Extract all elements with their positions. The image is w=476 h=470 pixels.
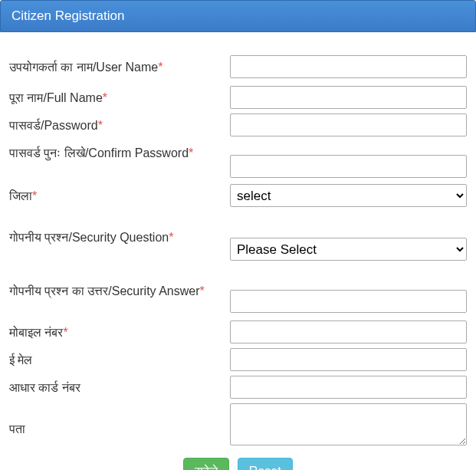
page-title: Citizen Registration: [11, 8, 124, 23]
label-text: मोबाइल नंबर: [9, 326, 63, 339]
fullname-input[interactable]: [230, 86, 467, 109]
username-label: उपयोगकर्ता का नाम/User Name*: [9, 55, 222, 77]
required-mark: *: [103, 91, 107, 104]
label-text: ई मेल: [9, 353, 32, 366]
mobile-label: मोबाइल नंबर*: [9, 320, 222, 342]
save-button[interactable]: सहेजे: [183, 458, 229, 470]
page-header: Citizen Registration: [0, 0, 476, 32]
security-question-select[interactable]: Please Select: [230, 238, 467, 261]
address-textarea[interactable]: [230, 403, 467, 445]
label-text: पूरा नाम/Full Name: [9, 91, 103, 104]
district-label: जिला*: [9, 184, 222, 205]
required-mark: *: [200, 284, 205, 297]
fullname-label: पूरा नाम/Full Name*: [9, 86, 222, 107]
label-text: पासवर्ड/Password: [9, 119, 98, 132]
label-text: पासवर्ड पुनः लिखे/Confirm Password: [9, 146, 189, 159]
label-text: उपयोगकर्ता का नाम/User Name: [9, 61, 158, 74]
password-label: पासवर्ड/Password*: [9, 113, 222, 135]
aadhaar-label: आधार कार्ड नंबर: [9, 376, 222, 397]
address-label: पता: [9, 403, 222, 439]
district-select[interactable]: select: [230, 184, 467, 207]
confirm-password-input[interactable]: [230, 155, 467, 178]
required-mark: *: [63, 326, 67, 339]
required-mark: *: [32, 189, 37, 202]
required-mark: *: [169, 231, 173, 244]
required-mark: *: [189, 146, 193, 159]
label-text: जिला: [9, 189, 32, 202]
label-text: गोपनीय प्रश्न/Security Question: [9, 231, 169, 244]
email-input[interactable]: [230, 348, 467, 371]
registration-form: उपयोगकर्ता का नाम/User Name* पूरा नाम/Fu…: [0, 32, 476, 470]
label-text: गोपनीय प्रश्न का उत्तर/Security Answer: [9, 284, 200, 297]
confirm-password-label: पासवर्ड पुनः लिखे/Confirm Password*: [9, 141, 222, 163]
reset-button[interactable]: Reset: [238, 458, 293, 470]
aadhaar-input[interactable]: [230, 376, 467, 399]
security-answer-label: गोपनीय प्रश्न का उत्तर/Security Answer*: [9, 279, 222, 301]
password-input[interactable]: [230, 113, 467, 136]
security-question-label: गोपनीय प्रश्न/Security Question*: [9, 225, 222, 247]
required-mark: *: [158, 61, 162, 74]
label-text: पता: [9, 422, 25, 435]
required-mark: *: [98, 119, 103, 132]
button-row: सहेजे Reset: [9, 458, 467, 470]
label-text: आधार कार्ड नंबर: [9, 381, 80, 394]
email-label: ई मेल: [9, 348, 222, 370]
security-answer-input[interactable]: [230, 290, 467, 313]
username-input[interactable]: [230, 55, 467, 78]
mobile-input[interactable]: [230, 320, 467, 343]
